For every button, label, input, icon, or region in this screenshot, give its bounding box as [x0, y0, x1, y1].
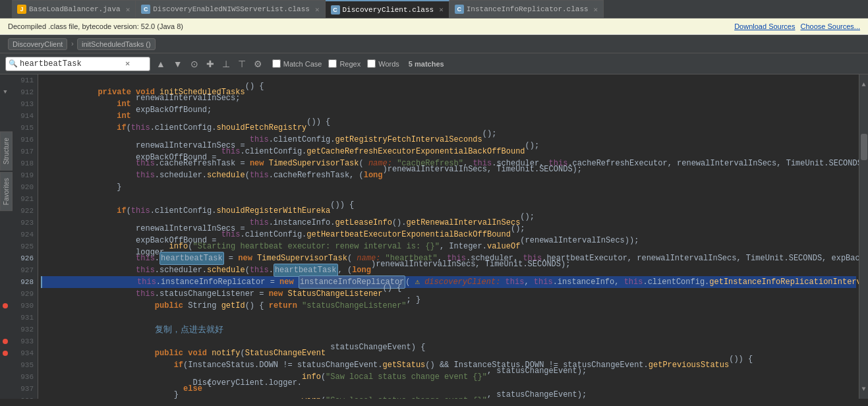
code-line-927: this.scheduler.schedule(this.heartbeatTa… — [41, 264, 856, 276]
search-prev-button[interactable]: ▲ — [154, 57, 167, 71]
ln-928: 928 — [14, 276, 34, 288]
search-settings-button[interactable]: ⚙ — [252, 57, 264, 71]
code-line-930: public String getId() { return "statusCh… — [41, 300, 856, 312]
tab-close-icon[interactable]: ✕ — [315, 5, 320, 14]
gutter-line-930 — [0, 300, 11, 312]
words-option[interactable]: Words — [367, 59, 399, 68]
tab-label: DiscoveryEnabledNIWSServerList.class — [153, 5, 310, 13]
ln-922: 922 — [14, 205, 34, 217]
scroll-down-button[interactable]: ▼ — [859, 379, 868, 399]
breadcrumb-bar: DiscoveryClient › initScheduledTasks () — [0, 35, 868, 53]
class-icon: C — [455, 5, 464, 14]
code-line-917: expBackOffBound = this.clientConfig.getC… — [41, 146, 856, 158]
search-icon: 🔍 — [9, 59, 18, 68]
ln-918: 918 — [14, 158, 34, 169]
search-input-wrap: 🔍 ✕ — [5, 57, 150, 71]
favorites-tab[interactable]: Favorites — [0, 172, 13, 211]
search-options: Match Case Regex Words 5 matches — [272, 59, 444, 68]
search-next-button[interactable]: ▼ — [171, 57, 185, 71]
tab-close-icon[interactable]: ✕ — [439, 5, 444, 14]
breakpoint-dot[interactable] — [3, 351, 8, 356]
gutter-line-913 — [0, 98, 11, 110]
search-split-button[interactable]: ⊥ — [220, 57, 232, 71]
tab-discoveryenabled[interactable]: C DiscoveryEnabledNIWSServerList.class ✕ — [136, 0, 325, 18]
words-label: Words — [378, 60, 399, 68]
tab-discoveryclient[interactable]: C DiscoveryClient.class ✕ — [326, 0, 449, 18]
class-icon: C — [141, 5, 150, 14]
regex-checkbox[interactable] — [328, 59, 337, 68]
gutter-line-911 — [0, 74, 11, 86]
ln-934: 934 — [14, 347, 34, 359]
search-split2-button[interactable]: ⊤ — [236, 57, 248, 71]
search-filter-button[interactable]: ⊙ — [188, 57, 200, 71]
code-line-929: this.statusChangeListener = new StatusCh… — [41, 288, 856, 300]
breadcrumb-initscheduled[interactable]: initScheduledTasks () — [77, 38, 156, 50]
ln-915: 915 — [14, 122, 34, 134]
scrollbar[interactable]: ▲ ▼ — [859, 74, 868, 399]
gutter-line-927 — [0, 264, 11, 276]
gutter-line-935 — [0, 359, 11, 371]
ln-921: 921 — [14, 193, 34, 205]
code-line-928: this.instanceInfoReplicator = new instan… — [41, 276, 856, 288]
gutter-line-929 — [0, 288, 11, 300]
ln-932: 932 — [14, 324, 34, 335]
ln-930: 930 — [14, 300, 34, 312]
banner-links: Download Sources Choose Sources... — [734, 22, 860, 30]
ln-914: 914 — [14, 110, 34, 122]
gutter-line-938 — [0, 395, 11, 399]
java-icon: J — [17, 5, 26, 14]
match-case-checkbox[interactable] — [272, 59, 281, 68]
gutter-line-933 — [0, 335, 11, 347]
gutter-line-934 — [0, 347, 11, 359]
tab-close-icon[interactable]: ✕ — [126, 5, 130, 14]
breadcrumb-separator: › — [70, 40, 74, 48]
gutter-line-936 — [0, 371, 11, 383]
gutter-line-912: ▼ — [0, 86, 11, 98]
code-line-925: logger.info("Starting heartbeat executor… — [41, 241, 856, 252]
code-editor[interactable]: private void initScheduledTasks() { int … — [38, 74, 859, 399]
regex-option[interactable]: Regex — [328, 59, 361, 68]
ln-916: 916 — [14, 134, 34, 146]
ln-935: 935 — [14, 359, 34, 371]
banner-text: Decompiled .class file, bytecode version… — [8, 22, 183, 30]
tab-instanceinfo[interactable]: C InstanceInfoReplicator.class ✕ — [449, 0, 604, 18]
ln-933: 933 — [14, 335, 34, 347]
search-input[interactable] — [20, 59, 125, 69]
match-case-option[interactable]: Match Case — [272, 59, 322, 68]
decompiled-banner: Decompiled .class file, bytecode version… — [0, 18, 868, 35]
words-checkbox[interactable] — [367, 59, 376, 68]
search-add-button[interactable]: ✚ — [204, 57, 216, 71]
gutter-line-924 — [0, 229, 11, 241]
gutter-line-926 — [0, 252, 11, 264]
heartbeat-task-highlight-2: heartbeatTask — [274, 264, 338, 277]
ln-913: 913 — [14, 98, 34, 110]
ln-917: 917 — [14, 146, 34, 158]
scroll-track[interactable] — [859, 94, 868, 379]
code-line-931 — [41, 312, 856, 324]
breadcrumb-discoveryclient[interactable]: DiscoveryClient — [8, 38, 67, 50]
structure-tab[interactable]: Structure — [0, 132, 13, 171]
ln-927: 927 — [14, 264, 34, 276]
download-sources-link[interactable]: Download Sources — [734, 22, 795, 30]
scroll-up-button[interactable]: ▲ — [859, 74, 868, 94]
ln-926: 926 — [14, 252, 34, 264]
edge-tabs: Structure Favorites — [0, 132, 13, 211]
tab-label: InstanceInfoReplicator.class — [467, 5, 589, 13]
breakpoint-dot[interactable] — [3, 303, 8, 308]
editor-area: ▼ — [0, 74, 868, 399]
breakpoint-dot[interactable] — [3, 339, 8, 344]
ln-937: 937 — [14, 383, 34, 395]
fold-arrow[interactable]: ▼ — [3, 89, 7, 96]
ln-938: 938 — [14, 395, 34, 399]
tab-baseloadbalancer[interactable]: J BaseLoadBalancer.java ✕ — [12, 0, 136, 18]
search-clear-icon[interactable]: ✕ — [125, 59, 130, 69]
gutter-line-925 — [0, 241, 11, 252]
search-bar: 🔍 ✕ ▲ ▼ ⊙ ✚ ⊥ ⊤ ⚙ Match Case Regex Words… — [0, 53, 868, 74]
choose-sources-link[interactable]: Choose Sources... — [801, 22, 861, 30]
tab-close-icon[interactable]: ✕ — [594, 5, 598, 14]
scroll-thumb[interactable] — [861, 134, 867, 160]
tooltip-icon: ⚠ — [415, 276, 420, 288]
code-line-911 — [41, 74, 856, 86]
tab-label: BaseLoadBalancer.java — [29, 5, 121, 13]
code-line-921 — [41, 193, 856, 205]
